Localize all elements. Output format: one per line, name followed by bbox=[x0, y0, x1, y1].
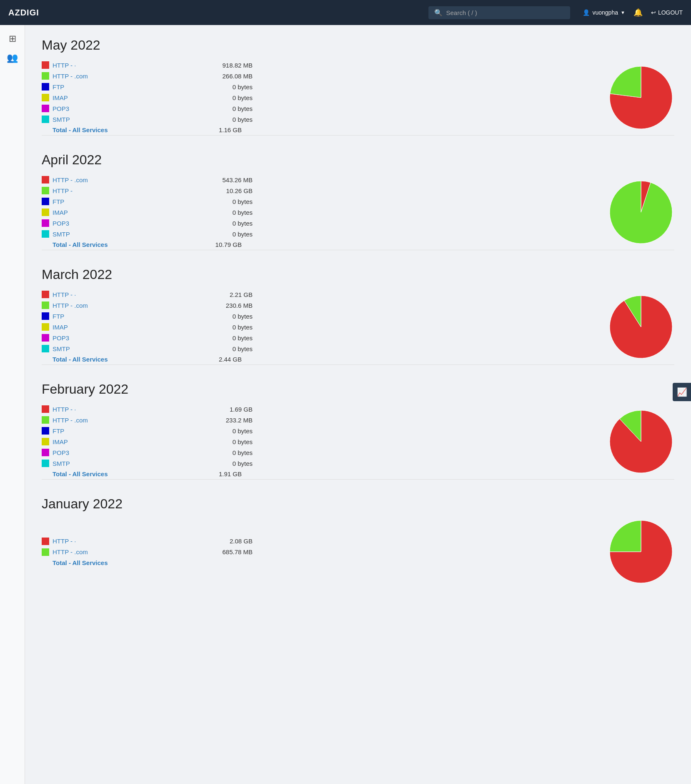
stats-block-3: HTTP - ·1.69 GBHTTP - .com233.2 MBFTP0 b… bbox=[42, 404, 674, 479]
stat-label[interactable]: FTP bbox=[53, 313, 211, 320]
stat-row: HTTP - ·1.69 GB bbox=[42, 404, 583, 415]
stat-label[interactable]: FTP bbox=[53, 427, 211, 435]
color-indicator bbox=[42, 405, 49, 413]
search-icon: 🔍 bbox=[434, 9, 443, 17]
stat-row: POP30 bytes bbox=[42, 332, 583, 343]
stat-row: HTTP - ·2.21 GB bbox=[42, 289, 583, 300]
stat-row: HTTP - .com230.6 MB bbox=[42, 300, 583, 311]
stat-row: HTTP - ·2.08 GB bbox=[42, 536, 583, 547]
color-indicator bbox=[42, 230, 49, 238]
stat-row: HTTP - .com233.2 MB bbox=[42, 415, 583, 425]
sidebar-item-grid[interactable]: ⊞ bbox=[9, 33, 16, 44]
stat-row: HTTP - ·918.82 MB bbox=[42, 60, 583, 70]
stat-value: 0 bytes bbox=[211, 209, 253, 216]
stat-label[interactable]: POP3 bbox=[53, 105, 211, 112]
total-row: Total - All Services10.79 GB bbox=[42, 239, 583, 250]
color-indicator bbox=[42, 460, 49, 467]
search-bar[interactable]: 🔍 Search ( / ) bbox=[428, 6, 570, 19]
floating-chart-button[interactable]: 📈 bbox=[673, 383, 691, 401]
stat-label[interactable]: FTP bbox=[53, 83, 211, 90]
sidebar-item-users[interactable]: 👥 bbox=[7, 53, 18, 63]
stat-value: 0 bytes bbox=[211, 116, 253, 123]
stat-value: 2.21 GB bbox=[211, 291, 253, 298]
stats-block-0: HTTP - ·918.82 MBHTTP - .com266.08 MBFTP… bbox=[42, 60, 674, 135]
stat-row: FTP0 bytes bbox=[42, 311, 583, 322]
stat-label[interactable]: SMTP bbox=[53, 116, 211, 123]
total-label[interactable]: Total - All Services bbox=[42, 241, 200, 248]
user-icon: 👤 bbox=[583, 9, 590, 16]
stat-label[interactable]: HTTP - .com bbox=[53, 176, 211, 183]
color-indicator bbox=[42, 291, 49, 298]
stats-rows-1: HTTP - .com543.26 MBHTTP -10.26 GBFTP0 b… bbox=[42, 174, 583, 250]
total-label[interactable]: Total - All Services bbox=[42, 356, 200, 363]
stat-label[interactable]: SMTP bbox=[53, 231, 211, 238]
stat-label[interactable]: HTTP - bbox=[53, 187, 211, 194]
color-indicator bbox=[42, 323, 49, 331]
stat-value: 0 bytes bbox=[211, 83, 253, 90]
pie-chart bbox=[608, 179, 674, 246]
stat-label[interactable]: IMAP bbox=[53, 94, 211, 101]
stat-value: 0 bytes bbox=[211, 460, 253, 467]
stat-value: 266.08 MB bbox=[211, 73, 253, 80]
logout-button[interactable]: ↩ LOGOUT bbox=[651, 9, 683, 16]
stat-label[interactable]: POP3 bbox=[53, 449, 211, 456]
stat-value: 0 bytes bbox=[211, 231, 253, 238]
stats-rows-2: HTTP - ·2.21 GBHTTP - .com230.6 MBFTP0 b… bbox=[42, 289, 583, 364]
stat-row: HTTP -10.26 GB bbox=[42, 185, 583, 196]
user-menu[interactable]: 👤 vuongpha ▼ bbox=[583, 9, 625, 16]
month-section-0: May 2022HTTP - ·918.82 MBHTTP - .com266.… bbox=[42, 38, 674, 136]
stat-label[interactable]: FTP bbox=[53, 198, 211, 205]
month-title-1: April 2022 bbox=[42, 152, 674, 168]
stat-label[interactable]: POP3 bbox=[53, 334, 211, 342]
total-row: Total - All Services1.91 GB bbox=[42, 469, 583, 479]
color-indicator bbox=[42, 538, 49, 545]
color-indicator bbox=[42, 187, 49, 194]
stat-label[interactable]: POP3 bbox=[53, 220, 211, 227]
stat-label[interactable]: SMTP bbox=[53, 345, 211, 352]
stat-label[interactable]: HTTP - .com bbox=[53, 302, 211, 309]
stats-block-1: HTTP - .com543.26 MBHTTP -10.26 GBFTP0 b… bbox=[42, 174, 674, 250]
stat-label[interactable]: IMAP bbox=[53, 209, 211, 216]
total-label[interactable]: Total - All Services bbox=[42, 126, 200, 133]
stat-value: 1.69 GB bbox=[211, 406, 253, 413]
stat-value: 543.26 MB bbox=[211, 176, 253, 183]
color-indicator bbox=[42, 548, 49, 556]
header: AZDIGI 🔍 Search ( / ) 👤 vuongpha ▼ 🔔 ↩ L… bbox=[0, 0, 691, 25]
stat-label[interactable]: HTTP - · bbox=[53, 538, 211, 545]
stat-row: SMTP0 bytes bbox=[42, 229, 583, 239]
color-indicator bbox=[42, 345, 49, 352]
stat-label[interactable]: HTTP - .com bbox=[53, 417, 211, 424]
stat-row: POP30 bytes bbox=[42, 218, 583, 229]
total-label[interactable]: Total - All Services bbox=[42, 470, 200, 477]
total-value: 10.79 GB bbox=[200, 241, 242, 248]
stat-label[interactable]: SMTP bbox=[53, 460, 211, 467]
stat-label[interactable]: IMAP bbox=[53, 324, 211, 331]
stat-row: FTP0 bytes bbox=[42, 425, 583, 436]
color-indicator bbox=[42, 105, 49, 112]
stat-row: SMTP0 bytes bbox=[42, 458, 583, 469]
color-indicator bbox=[42, 176, 49, 183]
stats-rows-4: HTTP - ·2.08 GBHTTP - .com685.78 MBTotal… bbox=[42, 536, 583, 568]
total-label[interactable]: Total - All Services bbox=[42, 559, 200, 566]
stat-row: FTP0 bytes bbox=[42, 196, 583, 207]
total-value: 1.16 GB bbox=[200, 126, 242, 133]
stats-rows-0: HTTP - ·918.82 MBHTTP - .com266.08 MBFTP… bbox=[42, 60, 583, 135]
month-section-2: March 2022HTTP - ·2.21 GBHTTP - .com230.… bbox=[42, 267, 674, 365]
stat-value: 0 bytes bbox=[211, 220, 253, 227]
color-indicator bbox=[42, 198, 49, 205]
stat-value: 0 bytes bbox=[211, 105, 253, 112]
notifications-bell[interactable]: 🔔 bbox=[633, 8, 643, 17]
stat-label[interactable]: HTTP - · bbox=[53, 62, 211, 69]
month-title-0: May 2022 bbox=[42, 38, 674, 53]
stat-label[interactable]: HTTP - .com bbox=[53, 73, 211, 80]
pie-chart bbox=[608, 294, 674, 360]
color-indicator bbox=[42, 302, 49, 309]
stat-row: IMAP0 bytes bbox=[42, 207, 583, 218]
stat-label[interactable]: HTTP - .com bbox=[53, 548, 211, 555]
username: vuongpha bbox=[592, 9, 618, 16]
total-value: 1.91 GB bbox=[200, 470, 242, 477]
stat-label[interactable]: HTTP - · bbox=[53, 406, 211, 413]
stats-rows-3: HTTP - ·1.69 GBHTTP - .com233.2 MBFTP0 b… bbox=[42, 404, 583, 479]
stat-label[interactable]: IMAP bbox=[53, 438, 211, 445]
stat-label[interactable]: HTTP - · bbox=[53, 291, 211, 298]
